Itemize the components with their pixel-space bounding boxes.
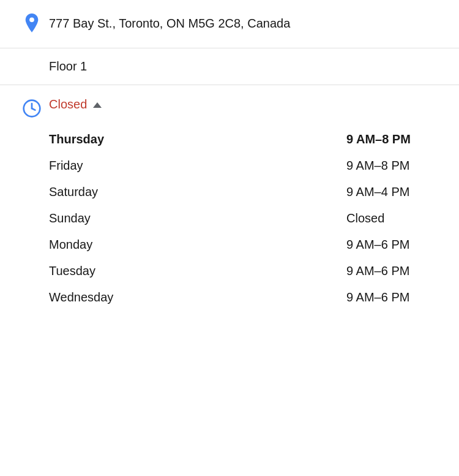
status-row[interactable]: Closed <box>49 97 444 111</box>
day-name: Thursday <box>49 132 159 146</box>
clock-icon-container <box>15 97 49 118</box>
day-hours: 9 AM–8 PM <box>346 159 444 173</box>
chevron-up-icon[interactable] <box>93 102 102 108</box>
clock-icon <box>22 99 42 118</box>
day-name: Saturday <box>49 185 159 199</box>
hours-content: Closed Thursday9 AM–8 PMFriday9 AM–8 PMS… <box>49 97 444 311</box>
hours-row: Thursday9 AM–8 PM <box>49 126 444 153</box>
day-hours: 9 AM–6 PM <box>346 264 444 278</box>
day-hours: 9 AM–4 PM <box>346 185 444 199</box>
day-hours: 9 AM–6 PM <box>346 238 444 252</box>
address-text: 777 Bay St., Toronto, ON M5G 2C8, Canada <box>49 12 290 32</box>
hours-row: Saturday9 AM–4 PM <box>49 179 444 205</box>
day-name: Tuesday <box>49 264 159 278</box>
hours-row: Friday9 AM–8 PM <box>49 153 444 179</box>
svg-point-0 <box>29 17 34 22</box>
day-hours: 9 AM–8 PM <box>346 132 444 146</box>
address-section: 777 Bay St., Toronto, ON M5G 2C8, Canada <box>0 0 459 48</box>
location-pin-icon <box>22 13 42 36</box>
day-hours: Closed <box>346 211 444 225</box>
day-name: Friday <box>49 159 159 173</box>
hours-row: Monday9 AM–6 PM <box>49 232 444 258</box>
location-icon-container <box>15 12 49 36</box>
hours-row: SundayClosed <box>49 205 444 232</box>
hours-row: Tuesday9 AM–6 PM <box>49 258 444 284</box>
day-name: Sunday <box>49 211 159 225</box>
day-name: Monday <box>49 238 159 252</box>
day-name: Wednesday <box>49 290 159 304</box>
day-hours: 9 AM–6 PM <box>346 290 444 304</box>
hours-table: Thursday9 AM–8 PMFriday9 AM–8 PMSaturday… <box>49 126 444 311</box>
closed-status-label: Closed <box>49 97 87 111</box>
floor-section: Floor 1 <box>0 48 459 85</box>
hours-row: Wednesday9 AM–6 PM <box>49 284 444 311</box>
floor-text: Floor 1 <box>49 59 444 74</box>
hours-section: Closed Thursday9 AM–8 PMFriday9 AM–8 PMS… <box>0 85 459 323</box>
svg-line-3 <box>32 108 35 110</box>
